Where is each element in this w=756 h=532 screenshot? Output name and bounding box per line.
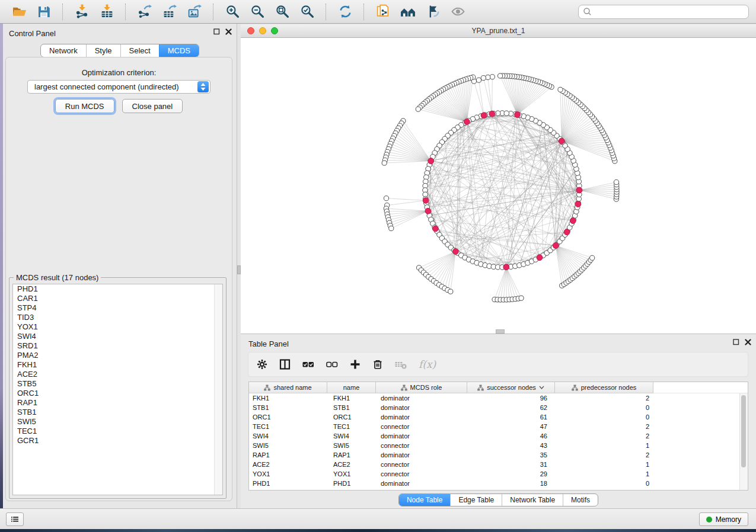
delete-trash-icon[interactable] [372, 359, 383, 370]
tab-select[interactable]: Select [120, 44, 159, 57]
column-label: predecessor nodes [581, 384, 637, 391]
node-table: shared name name MCDS role successor nod… [248, 382, 748, 491]
search-input[interactable] [595, 7, 744, 17]
table-row[interactable]: ACE2ACE2connector311 [249, 460, 748, 469]
deselect-all-icon[interactable] [326, 359, 338, 370]
network-graph[interactable] [241, 38, 756, 334]
table-row[interactable]: TEC1TEC1connector472 [249, 422, 748, 431]
column-header-mcds-role[interactable]: MCDS role [376, 382, 467, 393]
column-header-predecessor-nodes[interactable]: predecessor nodes [555, 382, 653, 393]
open-session-button[interactable] [7, 2, 31, 21]
mcds-result-item[interactable]: PHD1 [13, 284, 222, 294]
splitter-handle[interactable] [496, 329, 505, 334]
cell-shared-name: STB1 [249, 404, 327, 411]
zoom-in-button[interactable] [221, 2, 244, 21]
control-panel-title: Control Panel [9, 29, 56, 38]
tab-mcds[interactable]: MCDS [159, 44, 199, 57]
toolbar-separator [326, 4, 327, 20]
show-columns-icon[interactable] [279, 359, 291, 370]
column-header-shared-name[interactable]: shared name [249, 382, 327, 393]
export-network-button[interactable] [133, 2, 157, 21]
mcds-result-item[interactable]: ACE2 [13, 370, 222, 379]
clone-network-button[interactable] [371, 2, 395, 21]
add-icon[interactable] [350, 359, 361, 370]
cell-successor-nodes: 61 [467, 414, 555, 421]
mcds-result-item[interactable]: STB1 [13, 408, 222, 417]
mcds-result-list[interactable]: PHD1CAR1STP4TID3YOX1SWI4SRD1PMA2FKH1ACE2… [12, 284, 223, 495]
table-row[interactable]: SWI4SWI4dominator462 [249, 431, 748, 441]
table-row[interactable]: SWI5SWI5connector431 [249, 441, 748, 450]
import-table-button[interactable] [95, 2, 119, 21]
zoom-fit-button[interactable] [270, 2, 294, 21]
zoom-out-button[interactable] [245, 2, 269, 21]
table-scrollbar[interactable] [739, 393, 748, 490]
column-header-name[interactable]: name [327, 382, 376, 393]
close-panel-button[interactable]: Close panel [122, 99, 183, 113]
select-all-icon[interactable] [302, 359, 314, 370]
refresh-button[interactable] [333, 2, 357, 21]
mcds-result-item[interactable]: CAR1 [13, 294, 222, 303]
close-panel-icon[interactable] [745, 339, 751, 345]
tab-style[interactable]: Style [86, 44, 120, 57]
column-type-icon [264, 384, 270, 391]
mcds-result-item[interactable]: GCR1 [13, 436, 222, 446]
show-all-button[interactable] [446, 2, 470, 21]
refresh-icon [338, 4, 353, 19]
table-row[interactable]: PHD1PHD1dominator180 [249, 479, 748, 488]
mcds-result-item[interactable]: STB5 [13, 379, 222, 389]
table-settings-gear-icon[interactable] [257, 359, 267, 370]
table-row[interactable]: RAP1RAP1dominator352 [249, 450, 748, 460]
save-session-button[interactable] [32, 2, 56, 21]
close-panel-icon[interactable] [225, 28, 232, 35]
tab-network[interactable]: Network [41, 44, 86, 57]
export-image-button[interactable] [183, 2, 206, 21]
mcds-list-scrollbar[interactable] [214, 284, 222, 495]
table-row[interactable]: YOX1YOX1connector291 [249, 469, 748, 479]
network-window-titlebar[interactable]: YPA_prune.txt_1 [241, 25, 756, 38]
open-folder-icon [12, 4, 27, 19]
mcds-result-item[interactable]: YOX1 [13, 322, 222, 332]
first-neighbors-button[interactable] [396, 2, 420, 21]
table-row[interactable]: ORC1ORC1dominator610 [249, 412, 748, 422]
mcds-result-item[interactable]: PMA2 [13, 351, 222, 360]
tab-node-table[interactable]: Node Table [399, 494, 451, 506]
table-row[interactable]: FKH1FKH1dominator962 [249, 393, 748, 403]
tab-edge-table[interactable]: Edge Table [450, 494, 502, 506]
export-table-button[interactable] [158, 2, 181, 21]
memory-button[interactable]: Memory [699, 512, 748, 526]
mcds-result-item[interactable]: TID3 [13, 313, 222, 322]
mcds-result-item[interactable]: SRD1 [13, 341, 222, 351]
mcds-result-item[interactable]: RAP1 [13, 398, 222, 408]
sort-descending-icon [539, 386, 544, 389]
table-body: FKH1FKH1dominator962STB1STB1dominator620… [249, 393, 748, 488]
table-panel-title: Table Panel [248, 339, 289, 348]
table-row[interactable]: STB1STB1dominator620 [249, 403, 748, 412]
scrollbar-thumb[interactable] [741, 395, 746, 467]
mcds-result-item[interactable]: ORC1 [13, 389, 222, 398]
mcds-result-item[interactable]: SWI5 [13, 417, 222, 427]
mcds-result-item[interactable]: FKH1 [13, 360, 222, 370]
toolbar-separator [363, 4, 365, 20]
zoom-selected-button[interactable] [295, 2, 319, 21]
mcds-result-item[interactable]: STP4 [13, 303, 222, 313]
float-panel-icon[interactable] [213, 28, 220, 35]
toolbar-separator [62, 4, 63, 20]
mcds-result-item[interactable]: TEC1 [13, 427, 222, 436]
cell-predecessor-nodes: 2 [555, 432, 653, 440]
mcds-result-item[interactable]: SWI4 [13, 332, 222, 341]
network-canvas[interactable] [241, 38, 756, 334]
network-window-title: YPA_prune.txt_1 [241, 27, 756, 35]
tab-motifs[interactable]: Motifs [563, 494, 598, 506]
hide-selected-button[interactable] [421, 2, 445, 21]
hide-selected-icon [426, 4, 441, 19]
column-header-successor-nodes[interactable]: successor nodes [467, 382, 555, 393]
status-bar: Memory [0, 508, 756, 529]
cell-shared-name: ACE2 [249, 461, 327, 468]
run-mcds-button[interactable]: Run MCDS [55, 99, 114, 113]
tab-network-table[interactable]: Network Table [502, 494, 563, 506]
import-network-button[interactable] [70, 2, 94, 21]
task-history-button[interactable] [6, 512, 24, 526]
cell-successor-nodes: 35 [467, 451, 555, 459]
float-panel-icon[interactable] [733, 339, 739, 345]
criterion-select[interactable]: largest connected component (undirected) [27, 80, 210, 94]
